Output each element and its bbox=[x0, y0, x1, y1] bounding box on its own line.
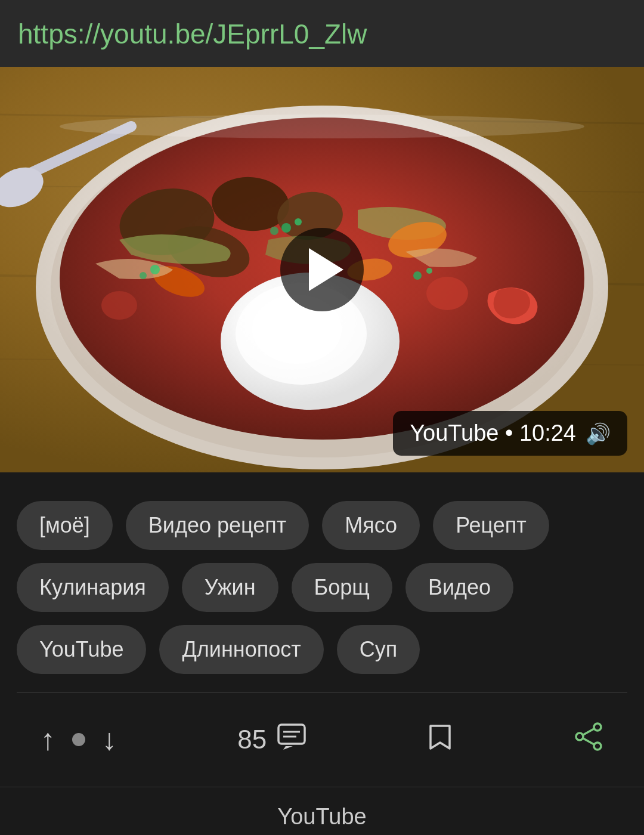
tag-video-recept[interactable]: Видео рецепт bbox=[126, 501, 309, 550]
svg-rect-32 bbox=[278, 725, 305, 744]
svg-point-20 bbox=[295, 218, 302, 225]
bottom-nav-bar: YouTube bbox=[0, 787, 644, 835]
tag-dlinnoppost[interactable]: Длиннопост bbox=[159, 625, 323, 674]
tags-section: [моё] Видео рецепт Мясо Рецепт Кулинария… bbox=[0, 472, 644, 787]
svg-marker-35 bbox=[431, 726, 450, 749]
video-platform-label: YouTube • 10:24 🔊 bbox=[393, 411, 627, 456]
bottom-app-name: YouTube bbox=[277, 804, 366, 830]
svg-line-39 bbox=[583, 729, 594, 735]
svg-point-31 bbox=[60, 115, 584, 138]
tags-row-3: YouTube Длиннопост Суп bbox=[17, 625, 627, 674]
svg-point-24 bbox=[140, 272, 147, 279]
platform-and-duration: YouTube • 10:24 bbox=[410, 420, 576, 446]
svg-point-22 bbox=[413, 271, 422, 280]
svg-point-37 bbox=[594, 743, 601, 750]
url-bar: https://youtu.be/JEprrL0_Zlw bbox=[0, 0, 644, 67]
tag-kulinariya[interactable]: Кулинария bbox=[17, 563, 169, 612]
divider bbox=[17, 692, 627, 692]
downvote-button[interactable]: ↓ bbox=[102, 722, 117, 757]
tag-uzhin[interactable]: Ужин bbox=[182, 563, 278, 612]
svg-point-19 bbox=[281, 223, 291, 233]
upvote-button[interactable]: ↑ bbox=[41, 722, 55, 757]
svg-point-17 bbox=[426, 277, 468, 310]
tag-video[interactable]: Видео bbox=[405, 563, 513, 612]
svg-point-38 bbox=[576, 733, 583, 740]
comment-icon bbox=[277, 723, 306, 756]
video-container: YouTube • 10:24 🔊 bbox=[0, 67, 644, 472]
svg-point-21 bbox=[270, 227, 278, 235]
play-icon bbox=[309, 248, 343, 291]
tag-moe[interactable]: [моё] bbox=[17, 501, 113, 550]
tag-sup[interactable]: Суп bbox=[337, 625, 420, 674]
svg-point-18 bbox=[101, 291, 137, 320]
tags-row-1: [моё] Видео рецепт Мясо Рецепт bbox=[17, 501, 627, 550]
volume-icon: 🔊 bbox=[586, 422, 611, 446]
action-bar: ↑ ↓ 85 bbox=[17, 710, 627, 775]
url-text[interactable]: https://youtu.be/JEprrL0_Zlw bbox=[18, 18, 367, 50]
svg-point-23 bbox=[426, 268, 432, 274]
svg-line-40 bbox=[583, 738, 594, 744]
play-button[interactable] bbox=[280, 228, 364, 311]
tag-youtube[interactable]: YouTube bbox=[17, 625, 146, 674]
comment-section[interactable]: 85 bbox=[237, 723, 306, 756]
tag-recept[interactable]: Рецепт bbox=[433, 501, 549, 550]
svg-point-25 bbox=[150, 265, 160, 274]
vote-dot bbox=[72, 733, 85, 746]
bookmark-button[interactable] bbox=[427, 722, 453, 757]
comment-count: 85 bbox=[237, 725, 267, 754]
tag-borshch[interactable]: Борщ bbox=[292, 563, 392, 612]
vote-section: ↑ ↓ bbox=[41, 722, 117, 757]
tags-row-2: Кулинария Ужин Борщ Видео bbox=[17, 563, 627, 612]
svg-point-36 bbox=[594, 723, 601, 731]
tag-myaso[interactable]: Мясо bbox=[322, 501, 420, 550]
share-button[interactable] bbox=[574, 722, 603, 757]
